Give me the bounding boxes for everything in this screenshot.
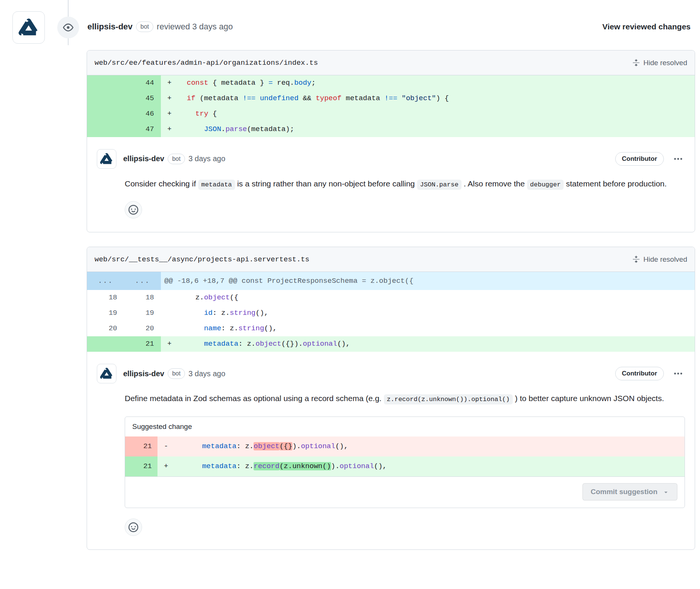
line-number[interactable] [87,91,124,106]
line-number[interactable] [87,336,124,352]
file-path: web/src/ee/features/admin-api/organizati… [95,59,318,67]
code-line: metadata: z.object({}).optional(), [178,336,695,352]
ellipsis-logo-icon [17,16,40,39]
hunk-expand-dots[interactable]: ... [124,272,161,290]
code-diff: ......@@ -18,6 +18,7 @@ const ProjectRes… [87,272,695,352]
eye-icon [63,22,73,33]
diff-line-add: 45+ if (metadata !== undefined && typeof… [87,91,695,106]
line-number[interactable]: 21 [125,436,157,456]
comment-options-button[interactable] [674,154,683,163]
diff-sign: + [161,122,178,137]
comment-header: ellipsis-dev bot 3 days ago Contributor [97,364,685,383]
review-title-row: ellipsis-dev bot reviewed 3 days ago [87,21,233,32]
commit-suggestion-label: Commit suggestion [591,488,657,496]
code-diff: 44+ const { metadata } = req.body;45+ if… [87,75,695,137]
comment-header: ellipsis-dev bot 3 days ago Contributor [97,149,685,169]
code-line: const { metadata } = req.body; [178,75,695,91]
reviewer-avatar[interactable] [12,11,45,44]
code-line: JSON.parse(metadata); [178,122,695,137]
smiley-icon [128,522,138,532]
comment-avatar[interactable] [97,149,116,169]
line-number[interactable]: 21 [124,336,161,352]
line-number[interactable]: 20 [124,321,161,336]
comment-meta: ellipsis-dev bot 3 days ago [123,154,225,164]
comment-author[interactable]: ellipsis-dev [123,154,164,163]
kebab-icon [674,369,683,378]
diff-sign: - [157,436,176,456]
review-cards: web/src/ee/features/admin-api/organizati… [87,50,695,564]
hide-resolved-button[interactable]: Hide resolved [633,255,687,264]
code-line: z.object({ [178,290,695,305]
hunk-expand-dots[interactable]: ... [87,272,124,290]
diff-line-context: 1818 z.object({ [87,290,695,305]
inline-code: debugger [527,180,564,190]
diff-line-add: 46+ try { [87,106,695,122]
diff-sign: + [161,91,178,106]
diff-line-add: 21+ metadata: z.record(z.unknown()).opti… [125,456,685,476]
code-line: try { [178,106,695,122]
line-number[interactable]: 18 [87,290,124,305]
view-reviewed-changes-link[interactable]: View reviewed changes [602,22,691,31]
add-reaction-button[interactable] [125,201,142,218]
comment-timestamp[interactable]: 3 days ago [188,369,225,378]
hide-resolved-button[interactable]: Hide resolved [633,59,687,67]
inline-code: JSON.parse [417,180,462,190]
inline-code: metadata [198,180,235,190]
inline-code: z.record(z.unknown()).optional() [384,394,513,404]
diff-line-del: 21- metadata: z.object({}).optional(), [125,436,685,456]
diff-sign: + [161,106,178,122]
review-comment: ellipsis-dev bot 3 days ago Contributor … [87,352,695,549]
kebab-icon [674,154,683,163]
suggestion-diff: 21- metadata: z.object({}).optional(),21… [125,436,685,476]
diff-sign [161,321,178,336]
comment-author[interactable]: ellipsis-dev [123,369,164,378]
reviewer-name[interactable]: ellipsis-dev [87,22,133,32]
ellipsis-logo-icon [99,366,114,381]
triangle-down-icon [663,489,669,495]
bot-badge: bot [136,21,153,32]
fold-icon [633,256,640,263]
comment-body: Define metadata in Zod schemas as option… [125,392,685,405]
comment-timestamp[interactable]: 3 days ago [188,154,225,163]
line-number[interactable]: 21 [125,456,157,476]
diff-line-context: 1919 id: z.string(), [87,305,695,321]
hunk-header-text: @@ -18,6 +18,7 @@ const ProjectResponseS… [161,272,695,290]
code-line: id: z.string(), [178,305,695,321]
commit-suggestion-button[interactable]: Commit suggestion [582,483,677,500]
diff-line-add: 44+ const { metadata } = req.body; [87,75,695,91]
smiley-icon [128,205,138,215]
line-number[interactable]: 44 [124,75,161,91]
hide-resolved-label: Hide resolved [643,59,687,67]
line-number[interactable] [87,106,124,122]
line-number[interactable]: 46 [124,106,161,122]
diff-sign: + [157,456,176,476]
diff-line-hunk: ......@@ -18,6 +18,7 @@ const ProjectRes… [87,272,695,290]
comment-avatar[interactable] [97,364,116,383]
diff-line-add: 21+ metadata: z.object({}).optional(), [87,336,695,352]
file-header: web/src/__tests__/async/projects-api.ser… [87,247,695,272]
suggested-change-block: Suggested change 21- metadata: z.object(… [125,417,685,508]
line-number[interactable]: 19 [124,305,161,321]
line-number[interactable] [87,122,124,137]
line-number[interactable] [87,75,124,91]
add-reaction-button[interactable] [125,519,142,536]
comment-body: Consider checking if metadata is a strin… [125,177,685,191]
file-header: web/src/ee/features/admin-api/organizati… [87,50,695,75]
code-line: name: z.string(), [178,321,695,336]
comment-options-button[interactable] [674,369,683,378]
fold-icon [633,59,640,66]
suggestion-footer: Commit suggestion [125,476,685,508]
line-number[interactable]: 19 [87,305,124,321]
file-path: web/src/__tests__/async/projects-api.ser… [95,255,309,264]
review-action-text: reviewed 3 days ago [157,22,233,32]
review-eye-marker [57,17,79,38]
line-number[interactable]: 45 [124,91,161,106]
line-number[interactable]: 47 [124,122,161,137]
line-number[interactable]: 20 [87,321,124,336]
code-line: if (metadata !== undefined && typeof met… [178,91,695,106]
bot-badge: bot [168,368,185,379]
diff-sign [161,305,178,321]
diff-sign: + [161,336,178,352]
line-number[interactable]: 18 [124,290,161,305]
comment-meta: ellipsis-dev bot 3 days ago [123,368,225,379]
